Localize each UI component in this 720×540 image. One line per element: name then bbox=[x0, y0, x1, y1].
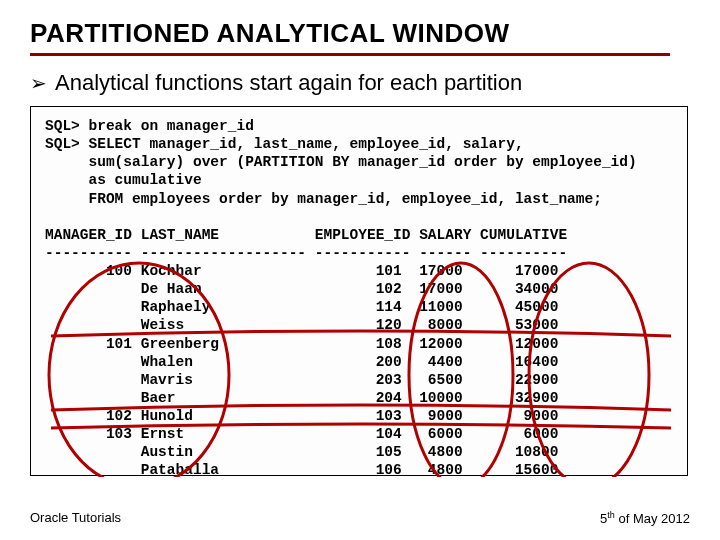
title-underline bbox=[30, 53, 670, 56]
bullet-text: Analytical functions start again for eac… bbox=[55, 70, 522, 96]
table-row: Austin 105 4800 10800 bbox=[45, 443, 673, 461]
sql-output-box: SQL> break on manager_id SQL> SELECT man… bbox=[30, 106, 688, 476]
table-row: 103 Ernst 104 6000 6000 bbox=[45, 425, 673, 443]
header-row: MANAGER_ID LAST_NAME EMPLOYEE_ID SALARY … bbox=[45, 226, 673, 244]
footer-left: Oracle Tutorials bbox=[30, 510, 121, 526]
table-row: Pataballa 106 4800 15600 bbox=[45, 461, 673, 479]
divider-row: ---------- ------------------- ---------… bbox=[45, 244, 673, 262]
page-title: PARTITIONED ANALYTICAL WINDOW bbox=[30, 18, 690, 49]
table-row: De Haan 102 17000 34000 bbox=[45, 280, 673, 298]
table-row: Raphaely 114 11000 45000 bbox=[45, 298, 673, 316]
table-row: Whalen 200 4400 16400 bbox=[45, 353, 673, 371]
blank-line bbox=[45, 208, 673, 226]
bullet-item: ➢ Analytical functions start again for e… bbox=[30, 70, 690, 96]
table-row: Weiss 120 8000 53000 bbox=[45, 316, 673, 334]
table-row: 102 Hunold 103 9000 9000 bbox=[45, 407, 673, 425]
data-rows: 100 Kochhar 101 17000 17000 De Haan 102 … bbox=[45, 262, 673, 480]
slide: PARTITIONED ANALYTICAL WINDOW ➢ Analytic… bbox=[0, 0, 720, 540]
bullet-arrow-icon: ➢ bbox=[30, 71, 47, 95]
table-row: Baer 204 10000 32900 bbox=[45, 389, 673, 407]
footer: Oracle Tutorials 5th of May 2012 bbox=[30, 510, 690, 526]
table-row: Mavris 203 6500 22900 bbox=[45, 371, 673, 389]
footer-right: 5th of May 2012 bbox=[600, 510, 690, 526]
sql-query: SQL> break on manager_id SQL> SELECT man… bbox=[45, 117, 673, 208]
table-row: 101 Greenberg 108 12000 12000 bbox=[45, 335, 673, 353]
table-row: 100 Kochhar 101 17000 17000 bbox=[45, 262, 673, 280]
